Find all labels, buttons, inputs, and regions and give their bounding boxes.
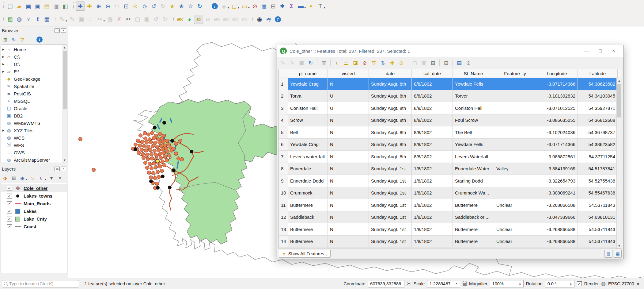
table-cell[interactable]: 54.63810131 (578, 211, 618, 223)
open-project-icon[interactable]: ▰ (15, 2, 24, 11)
table-cell[interactable]: Unclear (494, 223, 536, 235)
table-cell[interactable]: Sunday Augt. 8th (369, 102, 412, 114)
table-cell[interactable]: 54.38623582 (578, 78, 618, 90)
feature-point[interactable] (165, 158, 169, 162)
feature-point[interactable] (137, 151, 141, 155)
table-cell[interactable]: -3.071714366 (536, 78, 578, 90)
table-cell[interactable]: Coniston Hall (453, 102, 494, 114)
layer-visibility-checkbox[interactable]: ✓ (7, 186, 12, 191)
browser-item-spatialite[interactable]: ✎SpatiaLite (1, 83, 67, 90)
messages-icon[interactable]: ● (637, 281, 640, 287)
table-cell[interactable]: Yewdale Crag (288, 78, 328, 90)
table-cell[interactable]: N (328, 151, 369, 163)
table-cell[interactable] (494, 151, 536, 163)
feature-point[interactable] (140, 140, 144, 144)
table-row[interactable]: 5BellNSunday Augt. 8th8/8/1802The Bell-3… (279, 126, 622, 139)
table-cell[interactable]: -3.047339666 (536, 211, 578, 223)
feature-point[interactable] (149, 175, 153, 179)
feature-point[interactable] (141, 152, 145, 156)
save-project-icon[interactable]: ▣ (24, 2, 33, 11)
table-cell[interactable]: N (328, 187, 369, 199)
attribute-window-titlebar[interactable]: Q Cole_other :: Features Total: 237, Fil… (277, 45, 623, 57)
table-row[interactable]: 6Yewdale CragNSunday Augt. 8th8/8/1802Ye… (279, 139, 622, 151)
feature-point[interactable] (150, 166, 153, 170)
open-field-calculator-icon[interactable]: ⊟ (269, 2, 278, 11)
table-cell[interactable]: -3.322654793 (536, 175, 578, 187)
overflow-icon[interactable]: » (56, 174, 64, 182)
table-cell[interactable]: U (328, 90, 369, 102)
town-point[interactable] (162, 121, 166, 125)
browser-item-c-[interactable]: ▶▱C:\ (1, 53, 67, 60)
table-cell[interactable]: N (328, 126, 369, 138)
style-manager-icon[interactable]: ◧ (61, 2, 70, 11)
open-layer-styling-icon[interactable]: ⬗ (1, 174, 9, 182)
new-spatial-bookmark-icon[interactable]: ☆ (186, 2, 195, 11)
select-by-form-icon[interactable]: ▽ (369, 59, 378, 67)
table-row[interactable]: 3Coniston HallUSunday Augt. 8th8/8/1802C… (279, 102, 622, 114)
cut-features-icon[interactable]: ✂ (124, 15, 133, 24)
row-number[interactable]: 10 (279, 187, 288, 199)
form-view-icon[interactable]: ▥ (604, 250, 612, 258)
table-cell[interactable]: Sunday Augt. 8th (369, 139, 412, 151)
select-by-expression-icon[interactable]: ε (333, 59, 341, 67)
expand-arrow-icon[interactable]: ▶ (1, 70, 6, 73)
table-cell[interactable]: -3.384139169 (536, 163, 578, 175)
table-cell[interactable]: -3.086872561 (536, 151, 578, 163)
feature-point[interactable] (78, 137, 82, 141)
extents-icon[interactable]: ✂ (407, 281, 411, 287)
table-cell[interactable]: Lever's water-fall (288, 151, 328, 163)
table-row[interactable]: 14ButtermereNSunday Augt. 1st1/8/1802But… (279, 236, 622, 248)
table-cell[interactable]: Unclear (494, 236, 536, 248)
browser-item-e-[interactable]: ▶▱E:\ (1, 68, 67, 75)
column-header-latitude[interactable]: Latitude (578, 69, 618, 78)
browser-item-ows[interactable]: ◌OWS (1, 149, 67, 156)
column-header-longitude[interactable]: Longitude (536, 69, 578, 78)
table-cell[interactable]: Sunday Augt. 1st (369, 223, 412, 235)
measure-line-icon[interactable]: ▬ (296, 2, 305, 11)
browser-item-oracle[interactable]: ▢Oracle (1, 105, 67, 112)
feature-point[interactable] (136, 139, 140, 143)
move-selection-top-icon[interactable]: ⇅ (379, 59, 387, 67)
scale-combobox[interactable]: 1:2289487▼ (427, 280, 460, 287)
epsg-status[interactable]: EPSG:27700 (608, 281, 634, 286)
table-cell[interactable]: Sunday Augt. 1st (369, 211, 412, 223)
feature-point[interactable] (145, 141, 149, 144)
table-scrollbar[interactable]: ▲ ▼ (616, 78, 622, 249)
table-cell[interactable]: Sunday Augt. 1st (369, 163, 412, 175)
feature-point[interactable] (157, 175, 161, 179)
feature-point[interactable] (145, 166, 149, 170)
table-cell[interactable]: N (328, 211, 369, 223)
add-selected-layers-icon[interactable]: ⊞ (1, 36, 9, 44)
table-cell[interactable]: 54.51787841 (578, 163, 618, 175)
feature-point[interactable] (148, 162, 152, 166)
copy-features-icon[interactable]: ▥ (320, 59, 328, 67)
processing-toolbox-icon[interactable]: ✱ (278, 2, 287, 11)
render-checkbox[interactable]: ✓ (577, 281, 582, 286)
table-row[interactable]: 8EnnerdaleNSunday Augt. 1st1/8/1802Enner… (279, 163, 622, 175)
manage-map-themes-icon[interactable]: ◉ (18, 174, 26, 182)
magnifier-input[interactable]: 100%▲▼ (490, 280, 524, 287)
row-number[interactable]: 2 (279, 90, 288, 102)
column-header-date[interactable]: date (369, 69, 412, 78)
table-cell[interactable]: N (328, 78, 369, 90)
table-view-icon[interactable]: ▦ (614, 250, 622, 258)
table-cell[interactable]: Ennerdale Water (453, 163, 494, 175)
feature-point[interactable] (140, 148, 144, 152)
identify-features-icon[interactable]: i (210, 2, 219, 11)
new-bookmark-icon[interactable]: ★ (168, 2, 177, 11)
feature-point[interactable] (150, 156, 154, 160)
column-header-visited[interactable]: visited (328, 69, 369, 78)
table-cell[interactable]: Ennerdale-Dodd (288, 175, 328, 187)
table-row[interactable]: 11ButtermereNSunday Augt. 1st1/8/1802But… (279, 199, 622, 211)
feature-point[interactable] (144, 148, 148, 152)
table-cell[interactable]: 8/8/1802 (412, 78, 453, 90)
table-cell[interactable] (494, 211, 536, 223)
layer-labeling-icon[interactable]: abc (176, 15, 185, 24)
show-bookmarks-icon[interactable]: ★ (177, 2, 186, 11)
column-header-cal_date[interactable]: cal_date (412, 69, 453, 78)
table-cell[interactable]: Sunday Augt. 1st (369, 199, 412, 211)
table-cell[interactable]: Unclear (494, 199, 536, 211)
table-row[interactable]: 2TorvaUSunday Augt. 8th8/8/1802Torver-3.… (279, 90, 622, 102)
feature-point[interactable] (167, 153, 171, 157)
table-cell[interactable]: -3.086635255 (536, 114, 578, 126)
